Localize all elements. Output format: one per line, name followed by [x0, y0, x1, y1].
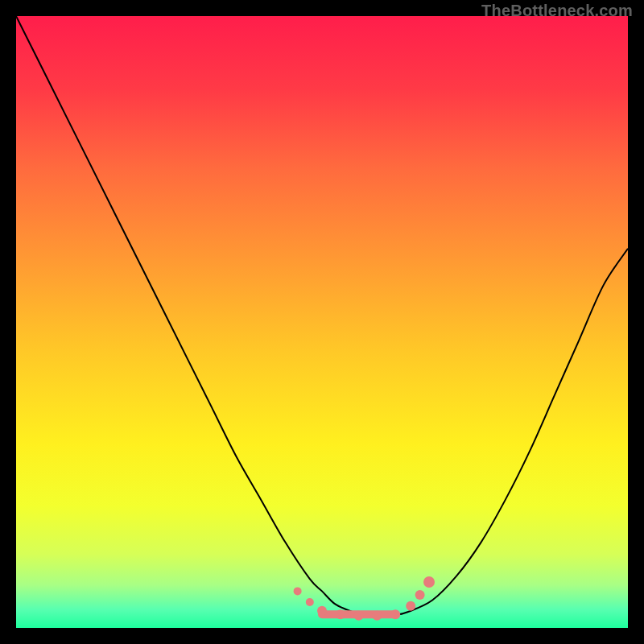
- watermark-text: TheBottleneck.com: [481, 2, 633, 20]
- highlight-dot: [372, 611, 382, 621]
- highlight-dot: [336, 609, 345, 619]
- highlight-dot: [406, 601, 415, 611]
- highlight-dot: [294, 587, 302, 595]
- highlight-dot: [317, 606, 327, 616]
- chart-canvas: [16, 16, 628, 628]
- highlight-dot: [354, 611, 364, 621]
- highlight-dot: [306, 598, 314, 606]
- highlight-dot: [423, 576, 435, 588]
- highlight-dot: [390, 609, 400, 619]
- highlight-dot: [415, 590, 425, 600]
- chart-background: [16, 16, 628, 628]
- outer-frame: TheBottleneck.com: [0, 0, 644, 644]
